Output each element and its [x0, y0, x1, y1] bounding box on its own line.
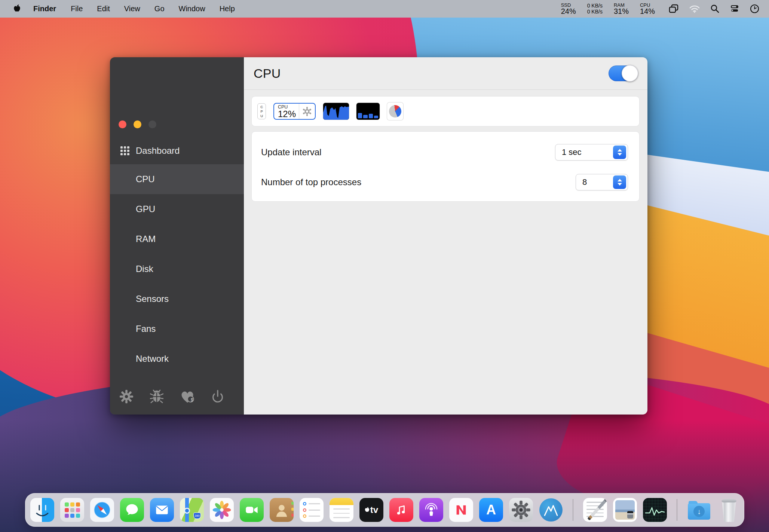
sidebar-item-cpu[interactable]: CPU: [110, 164, 244, 194]
dock-item-music[interactable]: [389, 498, 413, 522]
widget-settings-gear-icon[interactable]: [299, 104, 315, 119]
widget-cpu-value: 12%: [278, 110, 299, 119]
menu-bar-status-area: SSD 24% 0 KB/s 0 KB/s RAM 31% CPU 14%: [561, 3, 769, 15]
sidebar-item-label: Disk: [136, 264, 153, 274]
status-network[interactable]: 0 KB/s 0 KB/s: [587, 3, 603, 15]
update-interval-select[interactable]: 1 sec: [555, 144, 628, 160]
reminders-row: [303, 508, 320, 512]
widget-label-selected[interactable]: CPU 12%: [273, 103, 316, 120]
maps-shield-graphic: 280: [193, 513, 201, 519]
menu-file[interactable]: File: [64, 4, 90, 13]
dock-item-notes[interactable]: [330, 498, 353, 522]
menu-help[interactable]: Help: [212, 4, 242, 13]
menu-edit[interactable]: Edit: [90, 4, 117, 13]
sidebar-item-disk[interactable]: Disk: [110, 254, 244, 284]
dock-item-mountain-app[interactable]: [539, 498, 563, 522]
dock-item-news[interactable]: [449, 498, 473, 522]
dock-item-system-preferences[interactable]: [509, 498, 533, 522]
reminder-line: [309, 510, 320, 511]
dock-item-photos[interactable]: [210, 498, 234, 522]
close-button[interactable]: [119, 120, 126, 128]
widget-pie-chart[interactable]: [387, 103, 403, 120]
menu-window[interactable]: Window: [172, 4, 212, 13]
sidebar-item-dashboard[interactable]: Dashboard: [110, 139, 244, 163]
dock-item-activity-monitor[interactable]: [643, 498, 667, 522]
dock-item-contacts[interactable]: [270, 498, 294, 522]
status-cpu[interactable]: CPU 14%: [640, 3, 655, 15]
dock-item-trash[interactable]: [717, 498, 741, 522]
status-ssd[interactable]: SSD 24%: [561, 3, 576, 15]
zoom-button-disabled[interactable]: [148, 120, 156, 128]
tv-glyph: tv: [370, 505, 378, 515]
sidebar-item-gpu[interactable]: GPU: [110, 194, 244, 224]
window-sidebar: Dashboard CPU GPU RAM Disk Sensors Fans …: [110, 57, 244, 415]
dashboard-label: Dashboard: [136, 146, 180, 156]
bar: [374, 116, 378, 118]
dock-item-facetime[interactable]: [240, 498, 264, 522]
sidebar-item-label: Network: [136, 354, 169, 364]
sidebar-item-label: CPU: [136, 174, 155, 184]
notes-line: [333, 513, 350, 514]
contacts-tab: [291, 514, 294, 517]
traffic-lights: [119, 120, 156, 128]
reminder-dot-red: [303, 508, 306, 512]
top-processes-label: Number of top processes: [261, 177, 361, 187]
settings-gear-icon[interactable]: [118, 388, 135, 405]
dock-item-textedit[interactable]: [583, 498, 607, 522]
status-cpu-value: 14%: [640, 7, 655, 15]
module-settings-card: Update interval 1 sec Number of top proc…: [251, 131, 640, 202]
dock-item-mail[interactable]: [150, 498, 174, 522]
control-center-icon[interactable]: [730, 4, 739, 13]
dock-item-tv[interactable]: tv: [359, 498, 383, 522]
menu-app-name[interactable]: Finder: [26, 4, 64, 13]
dock-item-podcasts[interactable]: [419, 498, 443, 522]
dock-item-launchpad[interactable]: [60, 498, 84, 522]
menu-go[interactable]: Go: [147, 4, 172, 13]
quit-power-icon[interactable]: [209, 388, 226, 405]
bug-report-icon[interactable]: [148, 388, 165, 405]
widget-mini-text[interactable]: CPU: [257, 103, 266, 119]
status-ram[interactable]: RAM 31%: [614, 3, 629, 15]
pie-graphic: [389, 105, 401, 117]
menu-view[interactable]: View: [117, 4, 147, 13]
search-icon[interactable]: [710, 4, 719, 13]
stepper-icon: [613, 175, 626, 189]
status-cpu-label: CPU: [640, 3, 655, 7]
windows-icon[interactable]: [668, 4, 679, 13]
sidebar-item-sensors[interactable]: Sensors: [110, 284, 244, 314]
contacts-tab: [291, 508, 294, 511]
sidebar-item-ram[interactable]: RAM: [110, 224, 244, 254]
dock-item-safari[interactable]: [90, 498, 114, 522]
top-processes-select[interactable]: 8: [576, 174, 628, 190]
wifi-icon[interactable]: [689, 5, 700, 13]
download-arrow-icon: ↓: [693, 506, 705, 517]
stats-settings-window: Dashboard CPU GPU RAM Disk Sensors Fans …: [110, 57, 647, 415]
chevron-up-icon: [618, 149, 622, 152]
dock-item-appstore[interactable]: A: [479, 498, 503, 522]
minimize-button[interactable]: [134, 120, 141, 128]
sidebar-item-fans[interactable]: Fans: [110, 314, 244, 344]
sidebar-item-network[interactable]: Network: [110, 344, 244, 374]
clock-icon[interactable]: [750, 4, 759, 13]
dock-item-preview[interactable]: [613, 498, 637, 522]
status-net-up: 0 KB/s: [587, 3, 603, 9]
dock-item-reminders[interactable]: [300, 498, 324, 522]
dock: 280: [25, 493, 744, 527]
reminders-row: [303, 502, 320, 505]
dock-item-maps[interactable]: 280: [180, 498, 204, 522]
module-enabled-toggle[interactable]: [609, 65, 638, 81]
window-content: CPU CPU CPU 12%: [244, 57, 647, 415]
widget-line-chart[interactable]: [323, 103, 349, 120]
mountain-circle: [539, 498, 563, 522]
launchpad-grid-icon: [65, 502, 80, 518]
dock-item-downloads[interactable]: ↓: [687, 498, 711, 522]
contacts-tab: [291, 502, 294, 505]
dock-item-messages[interactable]: [120, 498, 144, 522]
widget-bar-chart[interactable]: [356, 103, 380, 120]
donate-heart-icon[interactable]: $: [179, 388, 196, 405]
dock-item-finder[interactable]: [30, 498, 54, 522]
toggle-knob: [622, 65, 638, 82]
reminders-row: [303, 514, 320, 518]
menu-bar: Finder File Edit View Go Window Help SSD…: [0, 0, 769, 18]
apple-menu-icon[interactable]: [13, 4, 21, 13]
